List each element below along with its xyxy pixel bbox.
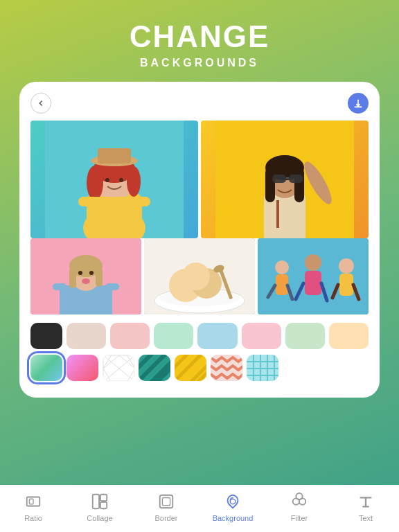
background-icon	[223, 492, 242, 511]
nav-filter-label: Filter	[291, 514, 308, 522]
svg-rect-30	[69, 267, 76, 288]
svg-point-32	[78, 271, 82, 275]
swatch-nude[interactable]	[66, 323, 106, 349]
svg-rect-8	[98, 148, 131, 163]
svg-rect-93	[29, 499, 33, 504]
svg-point-34	[82, 278, 90, 284]
nav-ratio-label: Ratio	[24, 514, 42, 522]
svg-point-40	[182, 263, 210, 290]
swatch-grid-teal[interactable]	[247, 355, 278, 381]
svg-point-102	[296, 493, 302, 499]
swatch-stripes-yellow[interactable]	[175, 355, 206, 381]
nav-background-label: Background	[213, 514, 254, 522]
svg-rect-10	[112, 197, 150, 206]
svg-rect-31	[96, 267, 103, 287]
swatch-stripes-teal[interactable]	[139, 355, 170, 381]
filter-icon	[290, 492, 309, 511]
svg-rect-94	[93, 495, 99, 508]
swatch-peach[interactable]	[329, 323, 369, 349]
svg-rect-26	[53, 283, 66, 290]
svg-rect-49	[305, 271, 321, 295]
svg-rect-19	[294, 168, 304, 202]
collage-bottom-row	[30, 238, 369, 314]
svg-point-33	[89, 271, 94, 275]
header: CHANGE BACKGROUNDS	[0, 0, 399, 82]
svg-point-5	[87, 166, 103, 200]
svg-rect-53	[339, 274, 353, 296]
photo-1[interactable]	[30, 121, 198, 238]
swatch-pattern-geo[interactable]	[103, 355, 134, 381]
collage-top-row	[30, 121, 369, 238]
swatch-black[interactable]	[30, 323, 62, 349]
svg-rect-15	[276, 200, 279, 228]
svg-rect-18	[265, 168, 275, 202]
svg-rect-95	[100, 495, 107, 501]
svg-rect-27	[105, 283, 119, 290]
card-header	[30, 93, 369, 114]
svg-rect-9	[78, 197, 116, 206]
svg-point-99	[230, 499, 235, 504]
bottom-nav: Ratio Collage Border Ba	[0, 485, 399, 532]
main-title: CHANGE	[130, 19, 270, 54]
svg-point-44	[275, 260, 289, 274]
svg-point-48	[305, 254, 321, 271]
nav-border-label: Border	[154, 514, 177, 522]
photo-5[interactable]	[258, 238, 369, 314]
color-swatch-row-1	[30, 323, 369, 349]
svg-rect-21	[289, 175, 303, 183]
nav-filter[interactable]: Filter	[278, 492, 320, 522]
nav-text-label: Text	[359, 514, 373, 522]
swatch-sky[interactable]	[197, 323, 237, 349]
svg-rect-20	[272, 175, 286, 183]
photo-3[interactable]	[30, 238, 141, 314]
svg-point-52	[339, 258, 354, 274]
text-icon	[356, 492, 375, 511]
back-button[interactable]	[30, 93, 51, 114]
swatch-pink-light[interactable]	[110, 323, 150, 349]
photo-4[interactable]	[144, 238, 255, 314]
photo-2[interactable]	[201, 121, 369, 238]
nav-collage-label: Collage	[87, 514, 112, 522]
swatch-mint[interactable]	[154, 323, 193, 349]
download-button[interactable]	[348, 93, 369, 114]
nav-ratio[interactable]: Ratio	[12, 492, 54, 522]
svg-rect-97	[160, 495, 173, 508]
color-swatch-row-2	[30, 355, 369, 381]
swatch-green-light[interactable]	[285, 323, 325, 349]
swatch-gradient-pink[interactable]	[66, 355, 98, 381]
svg-point-12	[119, 178, 123, 182]
border-icon	[157, 492, 176, 511]
nav-border[interactable]: Border	[145, 492, 187, 522]
nav-collage[interactable]: Collage	[79, 492, 121, 522]
nav-text[interactable]: Text	[345, 492, 387, 522]
editor-card	[19, 82, 380, 398]
swatch-blush[interactable]	[242, 323, 281, 349]
swatch-chevron[interactable]	[211, 355, 242, 381]
svg-point-11	[105, 178, 109, 182]
swatch-gradient-green[interactable]	[30, 355, 62, 381]
nav-background[interactable]: Background	[212, 492, 254, 522]
svg-rect-98	[162, 497, 170, 505]
svg-point-6	[127, 166, 141, 197]
collage-container	[30, 121, 369, 314]
collage-icon	[90, 492, 109, 511]
ratio-icon	[24, 492, 43, 511]
sub-title: BACKGROUNDS	[140, 57, 259, 69]
svg-rect-96	[100, 502, 107, 508]
